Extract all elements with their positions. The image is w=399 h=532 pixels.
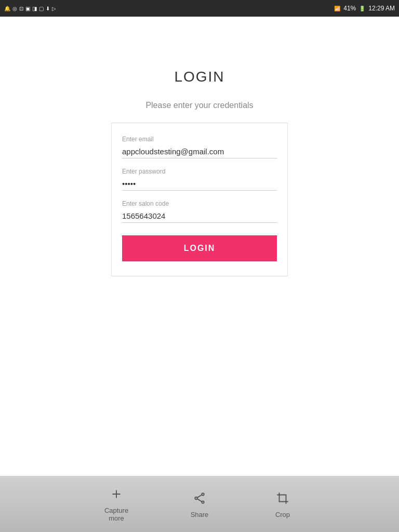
crop-svg-icon bbox=[276, 491, 289, 505]
flag-icon-2: ◨ bbox=[32, 6, 37, 11]
wifi-icon: 📶 bbox=[334, 6, 340, 11]
screenshot-icon: ⊡ bbox=[19, 6, 23, 11]
svg-line-6 bbox=[197, 499, 202, 501]
bottom-toolbar: Capturemore Share Crop bbox=[0, 476, 399, 532]
email-input[interactable] bbox=[122, 145, 277, 158]
status-bar: 🔔 ◎ ⊡ ▣ ◨ ▢ ⬇ ▷ 📶 41% 🔋 12:29 AM bbox=[0, 0, 399, 17]
salon-code-label: Enter salon code bbox=[122, 200, 277, 207]
notification-icon: 🔔 bbox=[4, 6, 10, 11]
status-bar-right: 📶 41% 🔋 12:29 AM bbox=[334, 5, 395, 12]
capture-more-button[interactable]: Capturemore bbox=[75, 477, 158, 530]
share-svg-icon bbox=[193, 491, 206, 505]
password-label: Enter password bbox=[122, 168, 277, 175]
svg-point-4 bbox=[202, 501, 204, 503]
email-label: Enter email bbox=[122, 136, 277, 143]
share-label: Share bbox=[191, 511, 209, 518]
status-bar-left: 🔔 ◎ ⊡ ▣ ◨ ▢ ⬇ ▷ bbox=[4, 6, 56, 11]
crop-icon bbox=[274, 490, 291, 507]
login-form: Enter email Enter password Enter salon c… bbox=[111, 123, 288, 276]
share-button[interactable]: Share bbox=[158, 482, 241, 527]
crop-label: Crop bbox=[275, 511, 290, 518]
login-title: LOGIN bbox=[174, 69, 224, 85]
email-field-container: Enter email bbox=[122, 136, 277, 158]
svg-point-3 bbox=[195, 497, 197, 499]
play-icon: ▷ bbox=[52, 6, 56, 11]
salon-code-field-container: Enter salon code bbox=[122, 200, 277, 223]
login-button[interactable]: LOGIN bbox=[122, 235, 277, 261]
battery-percentage: 41% bbox=[343, 5, 356, 12]
login-subtitle: Please enter your credentials bbox=[145, 101, 253, 110]
capture-more-label: Capturemore bbox=[104, 507, 128, 522]
main-content: LOGIN Please enter your credentials Ente… bbox=[0, 17, 399, 476]
plus-icon bbox=[110, 487, 123, 501]
battery-icon: 🔋 bbox=[359, 6, 365, 11]
password-input[interactable] bbox=[122, 177, 277, 191]
password-field-container: Enter password bbox=[122, 168, 277, 191]
download-icon: ⬇ bbox=[46, 6, 50, 11]
share-icon bbox=[191, 490, 208, 507]
screen-icon: ▢ bbox=[39, 6, 44, 11]
flag-icon-1: ▣ bbox=[25, 6, 30, 11]
capture-more-icon bbox=[108, 486, 125, 502]
crop-button[interactable]: Crop bbox=[241, 482, 324, 527]
salon-code-input[interactable] bbox=[122, 209, 277, 223]
time-display: 12:29 AM bbox=[368, 5, 395, 12]
svg-point-2 bbox=[202, 493, 204, 495]
svg-line-5 bbox=[197, 495, 202, 497]
location-icon: ◎ bbox=[12, 6, 17, 11]
